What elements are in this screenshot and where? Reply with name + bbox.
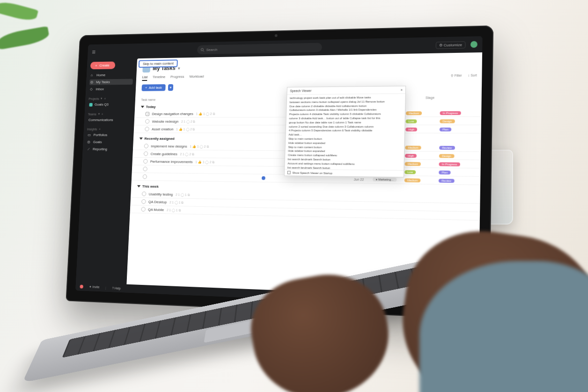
tab-progress[interactable]: Progress — [170, 75, 184, 81]
project-color-chip — [89, 103, 92, 107]
home-icon: ⌂ — [91, 73, 95, 77]
plus-icon[interactable]: + — [99, 128, 101, 131]
stage-pill[interactable]: Review — [439, 179, 455, 183]
sidebar-head-teams[interactable]: Teams▾+ — [88, 112, 132, 116]
sidebar-item-goals-q3[interactable]: Goals Q3 — [88, 102, 132, 108]
tab-workload[interactable]: Workload — [189, 74, 204, 80]
sidebar-item-goals[interactable]: ◎Goals — [86, 139, 130, 145]
tab-timeline[interactable]: Timeline — [152, 75, 165, 81]
col-stage[interactable]: Stage — [426, 96, 475, 100]
speech-line: Hide sidebar button expanded — [288, 141, 402, 145]
skip-to-main-content-link[interactable]: Skip to main content — [139, 59, 178, 67]
add-task-dropdown[interactable]: ▾ — [168, 84, 174, 91]
sidebar-item-portfolios[interactable]: ▭Portfolios — [87, 132, 130, 138]
sidebar-head-insights[interactable]: Insights+ — [87, 128, 131, 131]
customize-button[interactable]: ⚙ Customize — [436, 41, 466, 49]
plus-icon[interactable]: + — [101, 112, 103, 116]
hourglass-icon — [146, 112, 150, 116]
speech-line: between sections menu button collapsed o… — [290, 100, 403, 104]
task-name: Create guidelines 2 1 ◯ 2 ⧉ — [150, 152, 262, 156]
complete-checkbox[interactable] — [145, 127, 149, 131]
sidebar-item-home[interactable]: ⌂Home — [90, 72, 133, 78]
filter-button[interactable]: ⚲ Filter — [451, 74, 462, 78]
complete-checkbox[interactable] — [142, 191, 147, 196]
bell-icon: ◇ — [90, 87, 94, 91]
global-search[interactable]: Search — [197, 43, 322, 55]
avatar-top[interactable] — [470, 41, 478, 48]
stage-pill[interactable]: In Progress — [440, 111, 461, 115]
help-button[interactable]: ? Help — [112, 286, 121, 290]
priority-pill[interactable]: High — [405, 153, 417, 157]
invite-button[interactable]: ✦ Invite — [89, 285, 100, 289]
priority-pill[interactable]: Low — [406, 119, 417, 123]
sort-button[interactable]: ↕ Sort — [468, 73, 477, 77]
speech-line: Add task… — [288, 133, 402, 137]
task-name: Design navigation changes 1 👍 1 ◯ 2 ⧉ — [152, 111, 264, 116]
priority-pill[interactable]: Medium — [404, 178, 421, 182]
complete-checkbox[interactable] — [141, 207, 146, 211]
speech-line: Skip to main content button — [288, 138, 402, 141]
due-date[interactable]: Jun 22 — [354, 177, 373, 181]
task-name: QA Mobile 2 1 ◯ 1 ⧉ — [148, 207, 261, 214]
complete-checkbox[interactable] — [145, 119, 150, 124]
chevron-down-icon[interactable]: ▾ — [178, 65, 180, 71]
task-name: Asset creation 1 👍 1 ◯ 2 ⧉ — [152, 127, 264, 131]
speech-line: 4 Projects column 5 Dependencies column … — [289, 129, 402, 133]
view-tabs: List Timeline Progress Workload — [142, 71, 475, 81]
complete-checkbox[interactable] — [143, 159, 148, 164]
speech-viewer-log: technology project work back plan out of… — [285, 94, 405, 170]
stage-pill[interactable]: Plan — [440, 127, 451, 131]
chevron-down-icon: ▾ — [98, 112, 100, 116]
priority-pill[interactable]: Medium — [405, 162, 421, 166]
speech-viewer-checkbox[interactable] — [287, 171, 291, 174]
sidebar-item-my-tasks[interactable]: ◎My Tasks — [89, 79, 133, 85]
complete-checkbox[interactable] — [143, 167, 147, 171]
search-icon — [200, 48, 205, 52]
priority-pill[interactable]: Medium — [405, 145, 421, 149]
plus-icon: ＋ — [95, 63, 98, 68]
priority-pill[interactable]: High — [405, 127, 417, 131]
speech-line: Collaborators column 3 clickable Alan / … — [289, 108, 402, 112]
priority-pill[interactable]: Medium — [406, 111, 422, 115]
check-circle-icon: ◎ — [90, 80, 94, 84]
svg-point-0 — [201, 48, 203, 51]
chevron-down-icon: ▾ — [101, 97, 103, 101]
sidebar-head-projects[interactable]: Projects▾+ — [88, 96, 132, 100]
complete-checkbox[interactable] — [144, 144, 149, 148]
task-name — [150, 167, 262, 172]
add-task-button[interactable]: +Add task — [141, 84, 165, 91]
project-tag[interactable]: ● Marketing… — [373, 177, 397, 181]
sidebar-item-reporting[interactable]: ⟋Reporting — [86, 146, 130, 152]
complete-checkbox[interactable] — [144, 152, 148, 156]
stage-pill[interactable]: Plan — [439, 170, 450, 174]
list-controls: ⚲ Filter ↕ Sort — [451, 73, 477, 78]
speech-line: Skip to main content button — [288, 145, 401, 150]
task-name: Website redesign 2 1 ◯ 2 ⧉ — [152, 119, 264, 123]
plus-icon[interactable]: + — [104, 97, 106, 100]
menu-icon[interactable] — [92, 50, 96, 54]
speech-viewer-window[interactable]: Speech Viewer × technology project work … — [284, 86, 406, 177]
chevron-down-icon — [140, 138, 143, 140]
task-name: QA Desktop 2 1 ◯ 1 ⧉ — [148, 200, 261, 206]
create-label: Create — [99, 63, 110, 67]
stage-pill[interactable]: Design — [440, 119, 455, 123]
target-icon: ◎ — [87, 140, 91, 144]
complete-checkbox[interactable] — [141, 199, 146, 204]
speech-line: column 3 clickable Add task… button out … — [289, 116, 402, 120]
webcam — [275, 34, 278, 37]
folder-icon: ▭ — [88, 133, 91, 137]
stage-pill[interactable]: In Progress — [439, 162, 460, 166]
stage-pill[interactable]: Review — [439, 145, 455, 149]
priority-pill[interactable]: Low — [404, 170, 416, 174]
create-button[interactable]: ＋ Create — [90, 62, 116, 70]
tab-list[interactable]: List — [142, 75, 147, 81]
sidebar-item-inbox[interactable]: ◇Inbox — [89, 86, 132, 92]
speech-line: Hide sidebar button expanded — [288, 150, 401, 154]
status-dot — [262, 176, 265, 180]
speech-line: column 2 sorted ascending Due date colum… — [289, 125, 402, 129]
complete-checkbox[interactable] — [143, 174, 147, 179]
sidebar-item-communications[interactable]: Communications — [88, 117, 131, 123]
task-name: Performance improvements 1 👍 1 ◯ 2 ⧉ — [150, 160, 263, 165]
close-icon[interactable]: × — [401, 88, 403, 92]
stage-pill[interactable]: Design — [439, 154, 454, 158]
